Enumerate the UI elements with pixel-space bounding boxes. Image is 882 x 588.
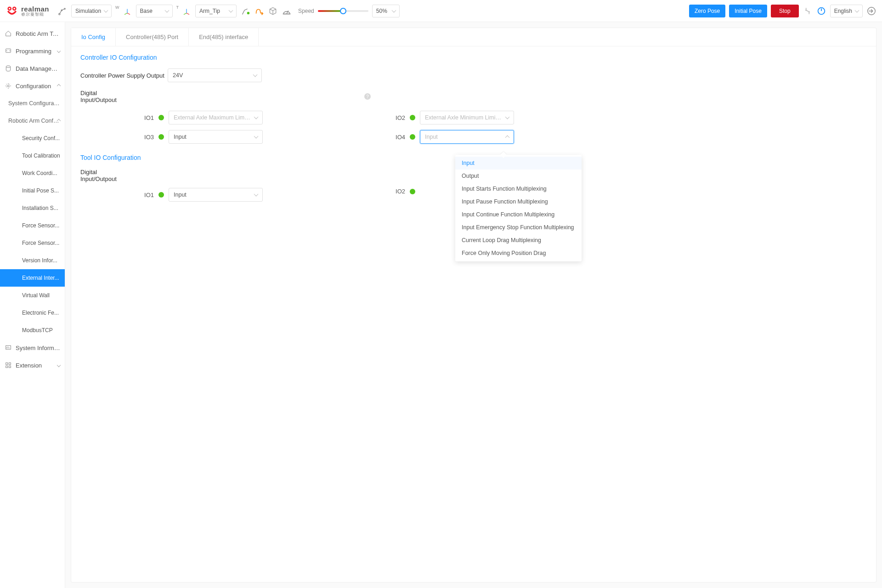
sidebar: Robotic Arm Tea... Programming Data Mana… (0, 22, 65, 588)
initial-pose-button[interactable]: Initial Pose (729, 5, 767, 17)
dropdown-item-7[interactable]: Force Only Moving Position Drag (455, 247, 582, 260)
io4-label: IO4 (391, 134, 405, 141)
tool-frame-icon (181, 6, 192, 16)
dropdown-item-3[interactable]: Input Pause Function Multiplexing (455, 195, 582, 208)
header: realman 睿尔曼智能 Simulation W Base T Arm_Ti… (0, 0, 882, 22)
tab-end-485[interactable]: End(485) interface (189, 28, 259, 46)
sidebar-item-arm-6[interactable]: Force Sensor... (0, 234, 65, 252)
sidebar-item-arm-2[interactable]: Work Coordi... (0, 164, 65, 182)
sidebar-item-arm-8[interactable]: External Inter... (0, 269, 65, 287)
zero-pose-button[interactable]: Zero Pose (689, 5, 725, 17)
sidebar-item-system-config[interactable]: System Configuration (0, 95, 65, 112)
sidebar-item-arm-0[interactable]: Security Conf... (0, 130, 65, 147)
io1-status-dot (158, 115, 164, 120)
svg-rect-18 (9, 366, 11, 368)
io2-label: IO2 (391, 114, 405, 121)
speed-label: Speed (298, 8, 314, 14)
io1-select[interactable]: External Axle Maximum Limit Dr... (169, 111, 263, 124)
sidebar-item-extension[interactable]: Extension (0, 356, 65, 374)
tool-select[interactable]: Arm_Tip (195, 5, 237, 17)
path-icon[interactable] (254, 6, 264, 16)
base-select[interactable]: Base (136, 5, 173, 17)
sidebar-item-configuration[interactable]: Configuration (0, 77, 65, 95)
dropdown-item-2[interactable]: Input Starts Function Multiplexing (455, 182, 582, 195)
base-frame-icon (122, 6, 132, 16)
connection-icon[interactable] (803, 6, 813, 16)
tab-controller-485[interactable]: Controller(485) Port (116, 28, 189, 46)
tool-io1-status-dot (158, 192, 164, 198)
tabs: Io Config Controller(485) Port End(485) … (71, 28, 876, 46)
sidebar-item-programming[interactable]: Programming (0, 42, 65, 60)
sidebar-item-system-info[interactable]: System Informat... (0, 339, 65, 356)
sidebar-item-arm-10[interactable]: Electronic Fe... (0, 304, 65, 322)
stop-button[interactable]: Stop (771, 5, 799, 17)
speed-control[interactable]: Speed 50% (298, 5, 400, 17)
content: Io Config Controller(485) Port End(485) … (65, 22, 882, 588)
svg-point-4 (59, 13, 60, 15)
sidebar-item-arm-7[interactable]: Version Infor... (0, 252, 65, 269)
svg-rect-16 (9, 363, 11, 365)
logout-icon[interactable] (866, 6, 876, 16)
io4-select[interactable]: Input (420, 130, 514, 144)
digital-label: Digital Input/Outpout (80, 90, 133, 103)
svg-point-13 (7, 85, 9, 87)
sidebar-item-arm-11[interactable]: ModbusTCP (0, 322, 65, 339)
svg-rect-8 (283, 13, 291, 14)
io4-dropdown[interactable]: InputOutputInput Starts Function Multipl… (455, 155, 582, 261)
io3-select[interactable]: Input (169, 130, 263, 144)
gauge-icon[interactable] (282, 6, 292, 16)
power-icon[interactable] (816, 6, 826, 16)
io3-status-dot (158, 134, 164, 140)
io3-label: IO3 (140, 134, 154, 141)
svg-rect-17 (6, 366, 8, 368)
power-select[interactable]: 24V (168, 68, 262, 82)
io4-status-dot (410, 134, 415, 140)
svg-point-7 (247, 11, 250, 14)
cube-icon[interactable] (268, 6, 278, 16)
tool-io1-label: IO1 (140, 192, 154, 198)
tool-io2-status-dot (410, 189, 415, 194)
sidebar-item-arm-1[interactable]: Tool Calibration (0, 147, 65, 164)
language-select[interactable]: English (830, 5, 863, 17)
sidebar-item-arm-config[interactable]: Robotic Arm Config... (0, 112, 65, 130)
io1-label: IO1 (140, 114, 154, 121)
mode-select[interactable]: Simulation (71, 5, 112, 17)
logo: realman 睿尔曼智能 (6, 5, 49, 17)
dropdown-item-5[interactable]: Input Emergency Stop Function Multiplexi… (455, 221, 582, 234)
dropdown-item-0[interactable]: Input (455, 157, 582, 170)
sidebar-item-arm-5[interactable]: Force Sensor... (0, 217, 65, 234)
power-label: Controller Power Supply Output (80, 72, 168, 79)
io2-select[interactable]: External Axle Minimum Limit Dr... (420, 111, 514, 124)
svg-rect-15 (6, 363, 8, 365)
svg-point-12 (6, 66, 10, 68)
sidebar-item-data[interactable]: Data Management (0, 60, 65, 77)
svg-point-2 (9, 8, 11, 10)
tool-io1-select[interactable]: Input (169, 188, 263, 202)
svg-point-3 (14, 8, 16, 10)
sidebar-item-arm-9[interactable]: Virtual Wall (0, 287, 65, 304)
teach-icon[interactable] (240, 6, 250, 16)
dropdown-item-4[interactable]: Input Continue Function Multiplexing (455, 208, 582, 221)
dropdown-item-6[interactable]: Current Loop Drag Multiplexing (455, 234, 582, 247)
sidebar-item-teach[interactable]: Robotic Arm Tea... (0, 25, 65, 42)
tool-io2-label: IO2 (391, 188, 405, 195)
io2-status-dot (410, 115, 415, 120)
controller-io-title: Controller IO Configuration (80, 54, 867, 61)
sidebar-item-arm-4[interactable]: Installation S... (0, 199, 65, 217)
tab-io-config[interactable]: Io Config (71, 28, 116, 46)
sidebar-item-arm-3[interactable]: Initial Pose S... (0, 182, 65, 199)
arm-icon (57, 6, 68, 16)
logo-icon (6, 5, 18, 17)
help-icon[interactable]: ? (364, 93, 371, 100)
dropdown-item-1[interactable]: Output (455, 170, 582, 182)
tool-digital-label: Digital Input/Outpout (80, 169, 133, 182)
